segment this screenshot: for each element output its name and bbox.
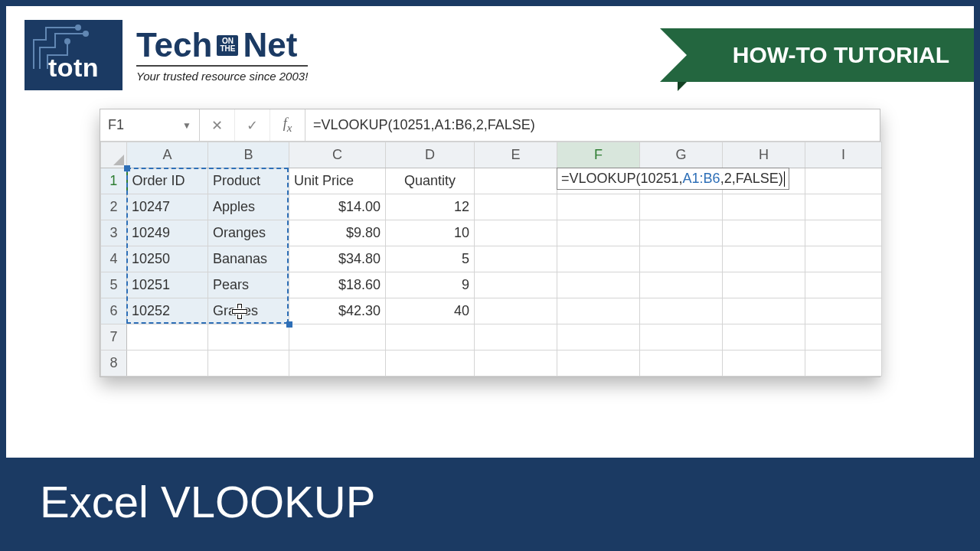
cell[interactable]: Product [208, 168, 289, 194]
cell[interactable]: 10250 [127, 246, 208, 272]
cell[interactable] [127, 350, 208, 377]
screenshot-area: F1 ▼ ✕ ✓ fx =VLOOKUP(10251,A1:B6,2,FALSE… [6, 104, 974, 458]
cell[interactable]: $14.00 [289, 194, 386, 220]
column-header[interactable]: A [127, 142, 208, 168]
formula-input[interactable]: =VLOOKUP(10251,A1:B6,2,FALSE) [305, 109, 880, 141]
select-all-corner[interactable] [101, 142, 127, 168]
cell[interactable] [805, 272, 882, 298]
cell[interactable] [475, 350, 557, 377]
cell[interactable]: Bananas [208, 246, 289, 272]
column-header[interactable]: H [723, 142, 805, 168]
column-header[interactable]: F [557, 142, 640, 168]
cell[interactable]: Grapes [208, 298, 289, 324]
formula-confirm-button[interactable]: ✓ [235, 109, 270, 141]
cell[interactable] [723, 350, 805, 377]
svg-point-1 [83, 31, 88, 36]
row-header[interactable]: 6 [101, 298, 127, 324]
cell[interactable] [723, 298, 805, 324]
cell[interactable]: 12 [386, 194, 475, 220]
cell[interactable]: 10252 [127, 298, 208, 324]
cell[interactable] [475, 298, 557, 324]
cell[interactable] [640, 272, 723, 298]
cell[interactable]: 40 [386, 298, 475, 324]
cell[interactable] [557, 298, 640, 324]
cell[interactable]: 9 [386, 272, 475, 298]
tutorial-ribbon: HOW-TO TUTORIAL [687, 28, 974, 82]
cell[interactable] [723, 324, 805, 350]
cell[interactable]: 10249 [127, 220, 208, 246]
cell[interactable]: Oranges [208, 220, 289, 246]
cell[interactable] [640, 324, 723, 350]
cell[interactable] [557, 272, 640, 298]
column-header[interactable]: I [805, 142, 882, 168]
column-header[interactable]: D [386, 142, 475, 168]
cell[interactable]: $9.80 [289, 220, 386, 246]
column-header[interactable]: G [640, 142, 723, 168]
name-box[interactable]: F1 ▼ [100, 109, 200, 141]
cell[interactable]: $18.60 [289, 272, 386, 298]
row-header[interactable]: 5 [101, 272, 127, 298]
cell[interactable]: 10251 [127, 272, 208, 298]
cell-editor[interactable]: =VLOOKUP(10251,A1:B6,2,FALSE) [557, 168, 789, 190]
cell[interactable] [723, 246, 805, 272]
cell[interactable]: 10247 [127, 194, 208, 220]
name-box-dropdown-icon[interactable]: ▼ [182, 120, 191, 131]
cell[interactable]: 10 [386, 220, 475, 246]
cell[interactable] [557, 194, 640, 220]
row-header[interactable]: 1 [101, 168, 127, 194]
cell[interactable] [386, 324, 475, 350]
cell[interactable] [805, 350, 882, 377]
insert-function-button[interactable]: fx [270, 109, 305, 141]
formula-cancel-button[interactable]: ✕ [200, 109, 235, 141]
cell[interactable] [475, 194, 557, 220]
cell[interactable] [640, 298, 723, 324]
cell[interactable] [557, 246, 640, 272]
cell[interactable] [805, 220, 882, 246]
row-header[interactable]: 3 [101, 220, 127, 246]
cell[interactable] [640, 350, 723, 377]
cell[interactable]: Apples [208, 194, 289, 220]
cell[interactable] [386, 350, 475, 377]
cell[interactable] [475, 168, 557, 194]
row-header[interactable]: 7 [101, 324, 127, 350]
cell[interactable]: Pears [208, 272, 289, 298]
row-header[interactable]: 4 [101, 246, 127, 272]
cell[interactable]: Order ID [127, 168, 208, 194]
cell[interactable] [557, 350, 640, 377]
cell[interactable]: $42.30 [289, 298, 386, 324]
cell[interactable] [723, 194, 805, 220]
cell[interactable] [127, 324, 208, 350]
cell[interactable] [805, 298, 882, 324]
cell[interactable] [805, 194, 882, 220]
cell[interactable] [557, 324, 640, 350]
cell[interactable] [805, 168, 882, 194]
brand-logo: totn [24, 20, 122, 90]
cell[interactable] [640, 246, 723, 272]
cell[interactable] [640, 194, 723, 220]
cell[interactable] [208, 350, 289, 377]
brand-text: Tech ONTHE Net Your trusted resource sin… [136, 28, 308, 83]
column-header[interactable]: B [208, 142, 289, 168]
cell[interactable]: $34.80 [289, 246, 386, 272]
row-header[interactable]: 2 [101, 194, 127, 220]
cell[interactable] [557, 220, 640, 246]
cell[interactable] [723, 220, 805, 246]
cell[interactable] [475, 220, 557, 246]
cell[interactable] [723, 272, 805, 298]
cell[interactable]: Unit Price [289, 168, 386, 194]
cell[interactable] [475, 272, 557, 298]
cell[interactable] [475, 324, 557, 350]
row-header[interactable]: 8 [101, 350, 127, 377]
cell[interactable]: Quantity [386, 168, 475, 194]
cell[interactable] [289, 324, 386, 350]
cell[interactable]: 5 [386, 246, 475, 272]
cell[interactable] [289, 350, 386, 377]
cell[interactable] [805, 324, 882, 350]
column-header[interactable]: E [475, 142, 557, 168]
cell[interactable] [805, 246, 882, 272]
column-header[interactable]: C [289, 142, 386, 168]
footer-title: Excel VLOOKUP [40, 476, 375, 527]
cell[interactable] [475, 246, 557, 272]
cell[interactable] [640, 220, 723, 246]
cell[interactable] [208, 324, 289, 350]
